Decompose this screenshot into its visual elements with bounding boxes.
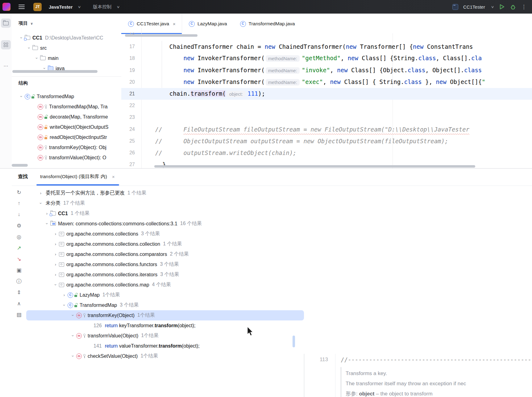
preview-icon[interactable]: ◎ xyxy=(12,232,26,241)
code-line[interactable]: 24// FileOutputStream fileOutputStream =… xyxy=(121,123,532,135)
key-icon xyxy=(44,145,47,150)
code-token: class xyxy=(408,67,425,73)
result-row[interactable]: ›org.apache.commons.collections3 个结果 xyxy=(26,229,304,239)
chevron-collapsed-icon[interactable]: › xyxy=(53,252,58,257)
close-icon[interactable]: × xyxy=(112,174,115,179)
expand-all-icon[interactable]: ⇕ xyxy=(12,288,26,297)
chevron-expanded-icon[interactable]: › xyxy=(53,282,58,288)
result-label: org.apache.commons.collections.functors xyxy=(66,262,157,267)
code-line[interactable]: 25// ObjectOutputStream outputStream = n… xyxy=(121,135,532,147)
line-number: 25 xyxy=(121,138,141,144)
project-hscrollbar[interactable] xyxy=(12,70,98,73)
results-vscrollbar[interactable] xyxy=(293,336,295,347)
open-in-find-window-icon[interactable]: ▣ xyxy=(12,265,26,275)
structure-row[interactable]: ›TransformedMap xyxy=(12,91,121,102)
code-line[interactable]: 23 xyxy=(121,111,532,123)
chevron-expanded-icon[interactable]: › xyxy=(45,221,49,227)
result-row[interactable]: ›LazyMap1个结果 xyxy=(26,290,304,300)
chevron-collapsed-icon[interactable]: › xyxy=(44,211,50,216)
code-token: // xyxy=(155,138,184,144)
run-button[interactable] xyxy=(499,4,505,10)
result-row[interactable]: ›checkSetValue(Object)1个结果 xyxy=(26,351,304,361)
chevron-expanded-icon[interactable]: › xyxy=(19,94,24,99)
result-row[interactable]: ›未分类17 个结果 xyxy=(26,198,304,208)
find-result-tab[interactable]: transform(Object) (项目和库 内) × xyxy=(40,173,115,180)
code-line[interactable]: 22 xyxy=(121,100,532,111)
result-code-row[interactable]: 141return valueTransformer.transform(obj… xyxy=(26,341,304,351)
result-row[interactable]: ›transformKey(Object)1个结果 xyxy=(26,310,304,320)
result-row[interactable]: ›org.apache.commons.collections.collecti… xyxy=(26,239,304,249)
main-menu-icon[interactable] xyxy=(19,5,25,9)
editor-top-hscrollbar[interactable] xyxy=(125,34,197,37)
chevron-collapsed-icon[interactable]: › xyxy=(61,293,67,297)
tree-row-main[interactable]: ›main xyxy=(12,53,121,63)
result-row[interactable]: ›org.apache.commons.collections.iterator… xyxy=(26,270,304,280)
code-line[interactable]: 113//-----------------------------------… xyxy=(304,354,532,366)
next-occurrence-icon[interactable]: ↓ xyxy=(12,210,26,219)
project-selector[interactable]: JavaTester xyxy=(49,4,73,10)
result-row[interactable]: ›transformValue(Object)1个结果 xyxy=(26,331,304,341)
chevron-collapsed-icon[interactable]: › xyxy=(53,272,58,277)
structure-row[interactable]: transformValue(Object): O xyxy=(12,153,121,163)
structure-row[interactable]: readObject(ObjectInputStr xyxy=(12,132,121,142)
chevron-expanded-icon[interactable]: › xyxy=(71,353,75,359)
result-row[interactable]: ›Maven: commons-collections:commons-coll… xyxy=(26,219,304,229)
collapse-all-icon[interactable]: ∧ xyxy=(12,299,26,308)
result-row[interactable]: ›CC11 个结果 xyxy=(26,208,304,219)
info-icon[interactable]: ⓘ xyxy=(12,277,26,286)
structure-hscrollbar[interactable] xyxy=(12,164,28,167)
code-token: valueTransformer. xyxy=(118,343,159,349)
result-row[interactable]: ›org.apache.commons.collections.functors… xyxy=(26,259,304,270)
rerun-icon[interactable]: ↻ xyxy=(12,188,26,197)
code-line[interactable]: 18 new InvokerTransformer(methodName:"ge… xyxy=(121,52,532,64)
result-code-row[interactable]: 126return keyTransformer.transform(objec… xyxy=(26,320,304,331)
editor-bottom-hscrollbar[interactable] xyxy=(154,165,475,168)
code-token: new xyxy=(413,43,423,50)
tree-row-cc1[interactable]: ›CC1D:\Desktop\JavaTester\CC xyxy=(12,33,121,43)
close-icon[interactable]: × xyxy=(173,21,176,27)
settings-icon[interactable]: ⚙ xyxy=(12,221,26,230)
chevron-expanded-icon[interactable]: › xyxy=(71,333,75,339)
run-config-selector[interactable]: CC1Tester xyxy=(463,4,485,10)
structure-row[interactable]: TransformedMap(Map, Tra xyxy=(12,102,121,112)
chevron-expanded-icon[interactable]: › xyxy=(62,303,67,308)
code-token: class xyxy=(418,55,436,61)
chevron-expanded-icon[interactable]: › xyxy=(35,56,39,61)
more-actions-icon[interactable]: ⋮ xyxy=(521,4,526,10)
code-token: new xyxy=(337,67,347,73)
open-in-new-tab-icon[interactable]: ↘ xyxy=(12,254,26,264)
code-line[interactable]: 17 ChainedTransformer chain = new Chaine… xyxy=(121,41,532,52)
code-line[interactable]: 21 chain.transform(object:111); xyxy=(121,88,532,100)
chevron-collapsed-icon[interactable]: › xyxy=(53,262,58,267)
project-avatar[interactable]: JT xyxy=(33,3,42,11)
vcs-menu[interactable]: 版本控制 xyxy=(93,4,111,10)
structure-row[interactable]: transformKey(Object): Obj xyxy=(12,142,121,153)
project-tool-icon[interactable] xyxy=(1,19,11,28)
result-row[interactable]: ›org.apache.commons.collections.map4 个结果 xyxy=(26,280,304,290)
structure-row[interactable]: writeObject(ObjectOutputS xyxy=(12,122,121,132)
result-row[interactable]: ›委托至另一个实例方法，形参已更改1 个结果 xyxy=(26,188,304,198)
debug-button[interactable] xyxy=(510,4,516,10)
result-row[interactable]: ›TransformedMap3 个结果 xyxy=(26,300,304,310)
result-row[interactable]: ›org.apache.commons.collections.comparat… xyxy=(26,249,304,259)
chevron-expanded-icon[interactable]: › xyxy=(71,313,75,318)
chevron-expanded-icon[interactable]: › xyxy=(19,35,24,41)
more-tool-windows-icon[interactable]: … xyxy=(1,60,11,69)
previous-occurrence-icon[interactable]: ↑ xyxy=(12,199,26,208)
open-in-editor-icon[interactable]: ↗ xyxy=(12,243,26,253)
chevron-expanded-icon[interactable]: › xyxy=(39,201,43,206)
chevron-expanded-icon[interactable]: › xyxy=(27,45,31,51)
tree-row-src[interactable]: ›src xyxy=(12,43,121,53)
chevron-collapsed-icon[interactable]: › xyxy=(38,191,44,195)
editor-code[interactable]: 1617 ChainedTransformer chain = new Chai… xyxy=(121,29,532,168)
structure-row[interactable]: decorate(Map, Transforme xyxy=(12,112,121,122)
chevron-collapsed-icon[interactable]: › xyxy=(53,242,58,246)
code-line[interactable]: 19 new InvokerTransformer(methodName:"in… xyxy=(121,65,532,76)
preview-panel-icon[interactable]: ▤ xyxy=(12,310,26,319)
code-line[interactable]: 20 new InvokerTransformer(methodName:"ex… xyxy=(121,76,532,88)
chevron-collapsed-icon[interactable]: › xyxy=(53,232,58,236)
structure-tool-icon[interactable] xyxy=(1,40,11,49)
chevron-down-icon[interactable]: ∨ xyxy=(30,22,33,25)
preview-code[interactable]: 113//-----------------------------------… xyxy=(304,354,532,397)
code-line[interactable]: 26// outputStream.writeObject(chain); xyxy=(121,147,532,159)
